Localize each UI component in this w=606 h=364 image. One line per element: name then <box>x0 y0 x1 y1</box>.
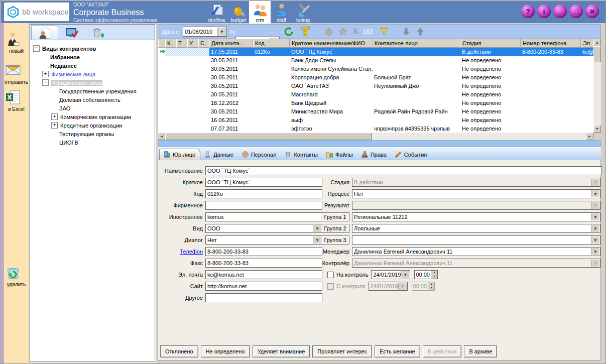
column-header[interactable] <box>158 39 165 48</box>
kind-select[interactable]: ООО▼ <box>205 224 322 233</box>
column-header[interactable]: У <box>187 39 198 48</box>
funnel-filter-icon[interactable] <box>379 27 389 37</box>
site-field[interactable]: http://komus.net <box>205 282 322 291</box>
other-field[interactable] <box>205 293 322 302</box>
tree-item[interactable]: Тестирующие органы <box>30 130 155 138</box>
scroll-right-icon[interactable]: ► <box>586 133 593 140</box>
short-name-field[interactable]: ООО `ТЦ Комус` <box>205 178 322 187</box>
arrow-up-icon[interactable] <box>415 27 425 37</box>
column-header[interactable]: Краткое наименование/ФИО <box>290 39 373 48</box>
chevron-down-icon[interactable]: ▼ <box>217 28 226 36</box>
brand-name-field[interactable] <box>205 201 322 210</box>
expand-plus-icon[interactable]: + <box>51 122 58 129</box>
phone-link-label[interactable]: Телефон <box>161 249 205 255</box>
module-crm[interactable]: crm <box>249 1 271 24</box>
stage-button[interactable]: Не определено <box>201 345 250 357</box>
tab-Данные[interactable]: Данные <box>200 149 238 160</box>
chevron-down-icon[interactable]: ▼ <box>591 225 599 232</box>
tree-item[interactable]: ЗАО <box>30 104 155 112</box>
scroll-up-icon[interactable]: ▲ <box>593 39 601 46</box>
close-button[interactable]: ✕ <box>585 5 599 18</box>
table-row[interactable]: 30.05.2011ОАО `АвтоТАЗ`Неуловимый ДжоНе … <box>158 82 593 90</box>
oncontrol-time-spinner[interactable]: 00:00▲▼ <box>414 270 438 279</box>
tab-Файлы[interactable]: Файлы <box>322 149 357 160</box>
chevron-down-icon[interactable]: ▼ <box>591 190 599 197</box>
action-new-button[interactable]: новый <box>4 31 29 54</box>
refresh-icon[interactable] <box>283 27 295 37</box>
column-header[interactable]: Эл. <box>581 39 593 48</box>
module-docflow[interactable]: docflow <box>206 1 227 24</box>
arrow-down-icon[interactable] <box>401 27 411 37</box>
tab-Права[interactable]: Права <box>357 149 391 160</box>
calls-tab-tab[interactable] <box>85 26 112 40</box>
chevron-down-icon[interactable]: ▼ <box>313 236 321 244</box>
group3-button[interactable]: Группа 3 <box>321 235 349 245</box>
scroll-left-icon[interactable]: ◄ <box>158 133 165 140</box>
action-to-excel-button[interactable]: в Excel <box>4 89 29 112</box>
tree-item[interactable]: ЦИОГВ <box>30 138 155 147</box>
table-row[interactable]: 17.05.2011012КоООО `ТЦ Комус`В действии8… <box>158 48 593 56</box>
stage-button[interactable]: Отклонено <box>160 345 198 357</box>
column-header[interactable]: К. <box>165 39 176 48</box>
spin-up-icon[interactable]: ▲ <box>431 271 437 275</box>
minimize-button[interactable]: _ <box>553 5 567 18</box>
action-delete-button[interactable]: удалить <box>4 265 29 287</box>
column-header[interactable]: Т. <box>176 39 187 48</box>
chevron-down-icon[interactable]: ▼ <box>591 248 599 255</box>
group1-button[interactable]: Группа 1 <box>321 212 349 221</box>
table-row[interactable]: 30.05.2011MacrohardНе определено <box>158 90 593 99</box>
expand-plus-icon[interactable]: + <box>51 113 58 120</box>
manager-select[interactable]: Данилинка Евгений Александрович.11▼ <box>352 247 600 256</box>
table-row[interactable]: 30.05.2011Колхоз имени Сулеймана Стал...… <box>158 65 593 73</box>
oncontrol-checkbox[interactable] <box>327 272 334 278</box>
foreign-name-field[interactable]: komus <box>205 212 322 221</box>
stage-button[interactable]: В архиве <box>464 345 497 357</box>
table-horizontal-scrollbar[interactable]: ◄ ► <box>158 133 593 140</box>
tab-Персонал[interactable]: Персонал <box>238 149 281 160</box>
stage-button[interactable]: Проявляет интерес <box>312 345 372 357</box>
tree-item[interactable]: −Виды контрагентов <box>30 44 155 53</box>
counterparties-tab-tab[interactable] <box>31 26 58 40</box>
column-header[interactable]: С. <box>198 39 209 48</box>
table-row[interactable]: 30.05.2011Министерство МираРядовой Райн … <box>158 107 593 116</box>
group3-select[interactable]: ▼ <box>352 235 600 245</box>
spin-down-icon[interactable]: ▼ <box>431 275 437 279</box>
table-row[interactable]: 30.05.2011Банк Дяди СтепыНе определено <box>158 56 593 65</box>
phone-field[interactable]: 8-800-200-33-83 <box>205 247 322 256</box>
action-send-button[interactable]: отправить <box>4 62 29 85</box>
process-select[interactable]: Нет▼ <box>352 189 600 198</box>
tree-item[interactable]: Долевая собственность <box>30 95 155 104</box>
ruler-icon[interactable] <box>300 27 311 37</box>
scroll-down-icon[interactable]: ▼ <box>593 125 601 133</box>
dialog-select[interactable]: Нет▼ <box>205 235 322 245</box>
column-header[interactable]: Код <box>253 39 290 48</box>
expand-plus-icon[interactable]: + <box>42 71 49 77</box>
module-staff[interactable]: staff <box>271 1 292 24</box>
tree-item[interactable]: −Юридические лица <box>30 78 155 87</box>
vertical-scroll-thumb[interactable] <box>593 46 601 62</box>
tab-События[interactable]: События <box>391 149 431 160</box>
stage-button[interactable]: Уделяет внимание <box>253 345 310 357</box>
table-row[interactable]: 07.07.2011эфтэтэочпрвэчпрэв й4395335 чрэ… <box>158 125 593 133</box>
tree-item[interactable]: Избранное <box>30 53 155 61</box>
expand-minus-icon[interactable]: − <box>42 79 49 86</box>
column-header[interactable]: Стадия <box>460 39 521 48</box>
oncontrol-date-select[interactable]: 24/01/2019▼ <box>371 270 410 279</box>
tasks-tab-tab[interactable] <box>58 26 85 40</box>
table-vertical-scrollbar[interactable]: ▲ ▼ <box>593 39 601 133</box>
module-budget[interactable]: budget <box>227 1 249 24</box>
info-button[interactable]: i <box>537 5 551 18</box>
table-row[interactable]: 16.06.2011аыфНе определено <box>158 116 593 125</box>
panel-splitter[interactable] <box>158 140 601 147</box>
tab-Контакты[interactable]: Контакты <box>281 149 322 160</box>
expand-minus-icon[interactable]: − <box>33 45 40 52</box>
fax-field[interactable]: 8-800-200-33-83 <box>205 259 322 268</box>
tree-item[interactable]: Государственные учреждения <box>30 87 155 95</box>
column-header[interactable]: Дата конта... <box>209 39 253 48</box>
help-button[interactable]: ? <box>521 5 535 18</box>
group2-button[interactable]: Группа 2 <box>321 224 349 233</box>
chevron-down-icon[interactable]: ▼ <box>591 213 599 220</box>
group2-select[interactable]: Лояльные▼ <box>352 224 600 233</box>
table-row[interactable]: 18.12.2012Банк ЩедрыйНе определено <box>158 99 593 107</box>
module-tuning[interactable]: tuning <box>292 1 314 24</box>
